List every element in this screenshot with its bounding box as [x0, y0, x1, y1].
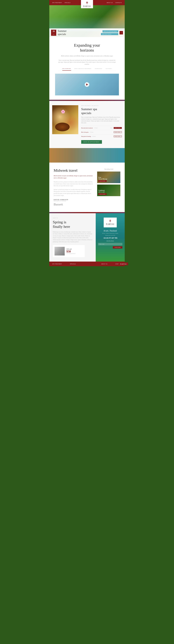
event-1-read-more-btn[interactable]: READ MORE: [98, 180, 107, 182]
tab-spa-overview[interactable]: SPA OVERVIEW: [62, 68, 71, 71]
resort-email-input[interactable]: [98, 243, 122, 245]
resort-logo-box: NARVAI WELLNESS & SPA: [104, 218, 117, 228]
tab-body-face[interactable]: BODY AND FACE TREATMENT: [75, 68, 91, 71]
spring-right: NARVAI WELLNESS & SPA Krabi, Thailand 18…: [96, 213, 125, 262]
expanding-section: Expanding yourhorizons Morbi molestie ve…: [49, 37, 125, 100]
site-logo[interactable]: NARVAI WELLNESS & SPA: [81, 0, 93, 8]
midweek-subtitle: Morbi molestie vel justo sed rebhinda. I…: [54, 175, 93, 179]
author-signature: Bassett: [54, 202, 93, 206]
book-appointment-spa-btn[interactable]: BOOK AN APPOINTMENT: [81, 140, 102, 144]
nav-about[interactable]: ABOUT US: [107, 2, 113, 3]
logo-tagline: WELLNESS & SPA: [83, 7, 91, 8]
upcoming-events-title: Upcoming events: [97, 168, 120, 170]
midweek-title: Midweek travel: [54, 168, 93, 173]
book-appointment-hero-btn[interactable]: BOOK AN APPOINTMENT: [102, 30, 118, 32]
hero-appointment: BOOK AN APPOINTMENT: [101, 30, 118, 35]
spa-image: 🌸: [52, 105, 78, 134]
resort-location: Krabi, Thailand: [104, 230, 117, 232]
treatment-row-1: Heavenly back treatment 1 30 min 0 165 B…: [81, 126, 122, 130]
expanding-subtitle: Morbi molestie veljusto sed rebhinda. In…: [58, 55, 116, 57]
event-2-read-more-btn[interactable]: READ MORE: [98, 193, 107, 195]
resort-phone: +66 (0) 075 607 996: [103, 237, 117, 239]
treatment-duration-1: 1 30 min: [94, 128, 109, 128]
hero-arrow-btn[interactable]: ›: [119, 31, 123, 34]
appointment-input[interactable]: [101, 33, 118, 35]
hero-section: 20 OFF Summer specials BOOK AN APPOINTME…: [49, 5, 125, 37]
resort-see-more-link[interactable]: ONLINE SPACE: [106, 240, 114, 241]
treatment-name-1: Heavenly back treatment: [81, 128, 93, 129]
tab-interviews[interactable]: INTERVIEWS: [95, 68, 102, 71]
book-treatment-1-btn[interactable]: BOOK NOW ›: [114, 127, 122, 129]
spa-specials-content: BODY TREATMENT / SPA SPECIALS Summer spa…: [81, 105, 122, 144]
gift-card-availability: 100% REDEEMABLE: [66, 253, 76, 254]
resort-address-1: 189 Moo 1 Tambon, Tubkaek Beach, Tubkaek…: [102, 233, 118, 234]
logo-name: NARVAI: [83, 5, 91, 7]
wide-strip-overlay: [49, 148, 125, 162]
footer-nav-spa-treatment[interactable]: SPA TREATMENT: [52, 264, 62, 264]
footer-logo[interactable]: NARVAI: [119, 262, 128, 265]
book-treatment-2-btn[interactable]: BOOK NOW ›: [114, 131, 122, 133]
author-name: David Jameson: [54, 199, 93, 200]
page-wrapper: SPA TREATMENT SPECIALS NARVAI WELLNESS &…: [49, 0, 125, 266]
svg-point-0: [87, 2, 87, 3]
book-treatment-3-btn[interactable]: BOOK NOW ›: [114, 136, 122, 137]
hero-title: Summer specials: [58, 30, 67, 36]
video-container[interactable]: [55, 74, 119, 96]
play-icon: [86, 84, 88, 86]
resort-name: NARVAI: [106, 223, 114, 225]
discount-off-label: OFF: [53, 34, 55, 35]
spa-specials-title: Summer spaspecials: [81, 107, 122, 115]
event-1-name: Deep Throat Massage: [98, 176, 119, 180]
footer-logo-text: NARVAI: [120, 263, 127, 265]
footer-nav: SPA TREATMENT SPECIALS NARVAI ABOUT US C…: [49, 262, 125, 266]
nav-spa-treatment[interactable]: SPA TREATMENT: [52, 2, 62, 3]
nav-contacts[interactable]: CONTACTS: [115, 2, 122, 3]
nav-links-right: ABOUT US CONTACTS: [107, 2, 122, 3]
footer-nav-specials[interactable]: SPECIALS: [70, 264, 76, 264]
nav-specials[interactable]: SPECIALS: [65, 2, 71, 3]
event-card-1-overlay: Deep Throat Massage READ MORE: [97, 172, 120, 183]
nav-links-left: SPA TREATMENT SPECIALS: [52, 2, 70, 3]
spa-specials-section: 🌸 BODY TREATMENT / SPA SPECIALS Summer s…: [49, 101, 125, 148]
hero-banner: 20 OFF Summer specials BOOK AN APPOINTME…: [49, 28, 125, 37]
gift-card-price: $50: [66, 250, 76, 253]
treatment-name-2: Men's therapies: [81, 132, 89, 133]
midweek-left: Midweek travel Morbi molestie vel justo …: [54, 168, 93, 206]
treatment-duration-3: 0 50 min: [92, 136, 111, 137]
subscribe-btn[interactable]: SUBSCRIBE: [113, 246, 122, 248]
treatment-price-1: 0 165: [110, 128, 112, 128]
expanding-body: Nunc ut suscipit neque. Maecenas fauciba…: [58, 59, 116, 65]
event-card-1: Deep Throat Massage READ MORE: [97, 172, 120, 183]
spring-about-label: ABOUT US: [53, 218, 92, 218]
footer-nav-about[interactable]: ABOUT US: [101, 264, 107, 264]
discount-badge: 20 OFF: [51, 30, 56, 36]
gift-card-box: Gift card $50 100% REDEEMABLE: [53, 245, 85, 257]
author-title: PRESIDENT & OWNER: [54, 200, 93, 202]
resort-sub: WELLNESS & SPA: [106, 225, 114, 226]
divider-strip-1: [49, 100, 125, 101]
resort-logo-icon: [108, 219, 112, 223]
midweek-body-2: Quisque convallis justo pretium nec conv…: [54, 188, 93, 196]
expanding-title: Expanding yourhorizons: [58, 43, 116, 52]
spa-flower: 🌸: [61, 110, 65, 114]
midweek-section: Midweek travel Morbi molestie vel justo …: [49, 162, 125, 212]
treatment-duration-2: 0 30 min: [90, 132, 111, 133]
spa-specials-desc: Nunc ut suscipit neque. Maecenas Vestibu…: [81, 116, 122, 124]
hero-title-line2: specials: [58, 33, 66, 36]
midweek-right: Upcoming events Deep Throat Massage READ…: [97, 168, 120, 206]
spring-left: ABOUT US Spring isfinally here Pellentes…: [49, 213, 96, 262]
spring-title: Spring isfinally here: [53, 220, 92, 229]
spa-bowl: [55, 122, 70, 131]
gift-card-info: Gift card $50 100% REDEEMABLE: [66, 248, 76, 254]
treatment-row-2: Men's therapies 0 30 min BOOK NOW ›: [81, 130, 122, 134]
svg-point-1: [110, 220, 111, 222]
event-card-2: Traditional oils & craft READ MORE: [97, 184, 120, 196]
gift-card-image: [55, 247, 65, 256]
hero-title-line1: Summer: [58, 30, 67, 32]
main-nav: SPA TREATMENT SPECIALS NARVAI WELLNESS &…: [49, 0, 125, 5]
tab-lectures[interactable]: LECTURES: [106, 68, 112, 71]
treatment-row-3: Deep facial cleaning 0 50 min BOOK NOW ›: [81, 134, 122, 138]
discount-percent: 20: [52, 30, 55, 32]
tabs-row: SPA OVERVIEW BODY AND FACE TREATMENT INT…: [58, 68, 116, 71]
video-play-btn[interactable]: [85, 82, 89, 87]
